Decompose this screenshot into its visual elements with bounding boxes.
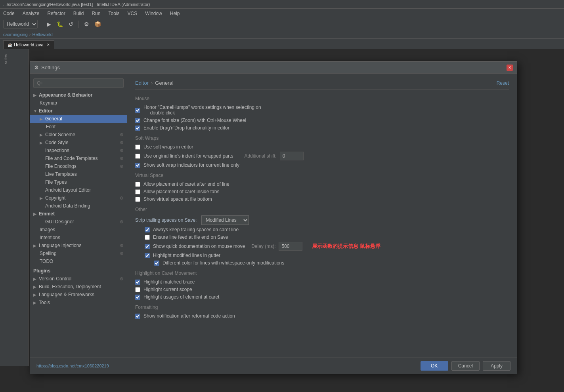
expand-icon: ▶ bbox=[33, 285, 39, 289]
breadcrumb-project[interactable]: caomingxing bbox=[3, 32, 28, 37]
sidebar-item-file-encodings[interactable]: ▶ File Encodings ⚙ bbox=[30, 162, 127, 170]
checkbox-ensure-line-feed-input[interactable] bbox=[145, 235, 150, 240]
sidebar-item-inspections[interactable]: ▶ Inspections ⚙ bbox=[30, 147, 127, 154]
dialog-titlebar: ⚙ Settings ✕ bbox=[30, 62, 517, 74]
menu-refactor[interactable]: Refactor bbox=[46, 10, 67, 17]
checkbox-camel-input[interactable] bbox=[135, 108, 140, 113]
checkbox-usages-input[interactable] bbox=[135, 295, 140, 300]
sidebar-item-version-control[interactable]: ▶ Version Control ⚙ bbox=[30, 275, 127, 283]
sidebar-item-android-databinding[interactable]: ▶ Android Data Binding bbox=[30, 202, 127, 210]
sidebar-item-plugins[interactable]: Plugins bbox=[30, 267, 127, 275]
debug-button[interactable]: 🐛 bbox=[55, 20, 64, 29]
sidebar-item-languages[interactable]: ▶ Languages & Frameworks bbox=[30, 291, 127, 299]
tab-helloworld[interactable]: ☕ Helloworld.java ✕ bbox=[3, 40, 54, 49]
breadcrumb-module[interactable]: Helloworld bbox=[32, 32, 52, 37]
checkbox-show-notification: Show notification after reformat code ac… bbox=[135, 313, 509, 319]
search-input[interactable] bbox=[33, 78, 124, 88]
sidebar-item-general[interactable]: ▶ General bbox=[30, 115, 127, 123]
sidebar-item-live-templates[interactable]: ▶ Live Templates bbox=[30, 170, 127, 178]
sidebar-item-copyright[interactable]: ▶ Copyright ⚙ bbox=[30, 194, 127, 202]
checkbox-show-notification-label: Show notification after reformat code ac… bbox=[143, 313, 235, 319]
checkbox-show-indicators: Show soft wrap indicators for current li… bbox=[135, 162, 509, 168]
checkbox-show-quick-doc-input[interactable] bbox=[145, 244, 150, 249]
sidebar-label: Spelling bbox=[40, 251, 57, 256]
breadcrumb-general: General bbox=[155, 80, 173, 86]
menu-bar: Code Analyze Refactor Build Run Tools VC… bbox=[0, 9, 564, 18]
reset-button[interactable]: Reset bbox=[497, 80, 509, 86]
checkbox-show-virtual-space-input[interactable] bbox=[135, 197, 140, 202]
settings-gear-icon: ⚙ bbox=[120, 156, 124, 161]
sidebar-item-emmet[interactable]: ▶ Emmet bbox=[30, 210, 127, 218]
content-header: Editor › General Reset bbox=[135, 80, 509, 89]
sidebar-item-images[interactable]: Images bbox=[30, 226, 127, 234]
apply-button[interactable]: Apply bbox=[483, 361, 510, 371]
sidebar-label: Font bbox=[46, 124, 55, 129]
sidebar-item-tools[interactable]: ▶ Tools bbox=[30, 299, 127, 306]
dialog-close-button[interactable]: ✕ bbox=[507, 65, 513, 71]
expand-icon: ▼ bbox=[33, 109, 39, 113]
checkbox-matched-brace: Highlight matched brace bbox=[135, 279, 509, 285]
project-selector[interactable]: Helloworld bbox=[3, 20, 38, 29]
footer-url[interactable]: https://blog.csdn.net/cmx1060220219 bbox=[36, 363, 109, 368]
sidebar-item-android-layout[interactable]: ▶ Android Layout Editor bbox=[30, 186, 127, 194]
checkbox-current-scope: Highlight current scope bbox=[135, 287, 509, 292]
checkbox-different-color-label: Different color for lines with whitespac… bbox=[163, 260, 284, 266]
menu-code[interactable]: Code bbox=[2, 10, 16, 17]
checkbox-allow-after-end-input[interactable] bbox=[135, 182, 140, 187]
cancel-button[interactable]: Cancel bbox=[451, 361, 480, 371]
sidebar-item-intentions[interactable]: Intentions bbox=[30, 234, 127, 242]
checkbox-original-indent-input[interactable] bbox=[135, 154, 140, 159]
settings-dialog: ⚙ Settings ✕ ▶ Appearance & Behavior Key… bbox=[30, 61, 517, 374]
checkbox-matched-brace-input[interactable] bbox=[135, 280, 140, 285]
checkbox-zoom-input[interactable] bbox=[135, 118, 140, 123]
menu-help[interactable]: Help bbox=[168, 10, 182, 17]
sidebar-item-file-templates[interactable]: ▶ File and Code Templates ⚙ bbox=[30, 154, 127, 162]
tab-label: Helloworld.java bbox=[14, 42, 44, 47]
additional-shift-label: Additional shift: bbox=[244, 153, 276, 159]
checkbox-show-quick-doc-label: Show quick documentation on mouse move bbox=[153, 244, 245, 249]
checkbox-show-indicators-input[interactable] bbox=[135, 163, 140, 168]
checkbox-show-notification-input[interactable] bbox=[135, 314, 140, 319]
sidebar-item-todo[interactable]: TODO bbox=[30, 257, 127, 265]
checkbox-current-scope-input[interactable] bbox=[135, 287, 140, 292]
sidebar-item-keymap[interactable]: Keymap bbox=[30, 99, 127, 107]
sidebar-item-appearance[interactable]: ▶ Appearance & Behavior bbox=[30, 91, 127, 99]
sidebar-item-color-scheme[interactable]: ▶ Color Scheme ⚙ bbox=[30, 131, 127, 139]
sidebar-item-code-style[interactable]: ▶ Code Style ⚙ bbox=[30, 139, 127, 147]
menu-run[interactable]: Run bbox=[90, 10, 102, 17]
checkbox-original-indent-label: Use original line's indent for wrapped p… bbox=[143, 153, 233, 159]
toolbar-separator bbox=[41, 21, 41, 28]
additional-shift-input[interactable] bbox=[280, 152, 304, 160]
reload-button[interactable]: ↺ bbox=[67, 20, 75, 29]
sidebar-item-spelling[interactable]: Spelling ⚙ bbox=[30, 249, 127, 257]
menu-build[interactable]: Build bbox=[72, 10, 86, 17]
settings-gear-icon: ⚙ bbox=[120, 196, 124, 201]
checkbox-highlight-modified-input[interactable] bbox=[145, 253, 150, 258]
sidebar-item-file-types[interactable]: ▶ File Types bbox=[30, 178, 127, 186]
checkbox-highlight-modified: Highlight modified lines in gutter bbox=[135, 253, 509, 258]
checkbox-allow-inside-tabs-input[interactable] bbox=[135, 189, 140, 194]
sidebar-item-gui-designer[interactable]: ▶ GUI Designer ⚙ bbox=[30, 218, 127, 226]
dialog-footer: https://blog.csdn.net/cmx1060220219 OK C… bbox=[30, 358, 517, 374]
run-button[interactable]: ▶ bbox=[44, 20, 53, 29]
expand-icon: ▶ bbox=[33, 277, 39, 281]
sidebar-item-build[interactable]: ▶ Build, Execution, Deployment bbox=[30, 283, 127, 291]
menu-window[interactable]: Window bbox=[143, 10, 164, 17]
strip-trailing-select[interactable]: None Modified Lines All bbox=[201, 215, 249, 225]
sidebar-item-language-injections[interactable]: ▶ Language Injections ⚙ bbox=[30, 242, 127, 249]
menu-analyze[interactable]: Analyze bbox=[21, 10, 41, 17]
menu-tools[interactable]: Tools bbox=[107, 10, 121, 17]
settings-button[interactable]: ⚙ bbox=[82, 20, 91, 29]
checkbox-dragdrop-input[interactable] bbox=[135, 126, 140, 131]
sidebar-item-font[interactable]: Font bbox=[30, 123, 127, 131]
menu-vcs[interactable]: VCS bbox=[126, 10, 139, 17]
breadcrumb-editor[interactable]: Editor bbox=[135, 80, 149, 86]
checkbox-keep-trailing-input[interactable] bbox=[145, 227, 150, 232]
sidebar-item-editor[interactable]: ▼ Editor bbox=[30, 107, 127, 115]
delay-input[interactable] bbox=[279, 242, 302, 251]
checkbox-use-soft-wraps-input[interactable] bbox=[135, 145, 140, 150]
checkbox-different-color-input[interactable] bbox=[154, 261, 159, 266]
sdk-button[interactable]: 📦 bbox=[93, 20, 102, 29]
close-icon[interactable]: ✕ bbox=[47, 43, 50, 47]
ok-button[interactable]: OK bbox=[421, 361, 448, 371]
